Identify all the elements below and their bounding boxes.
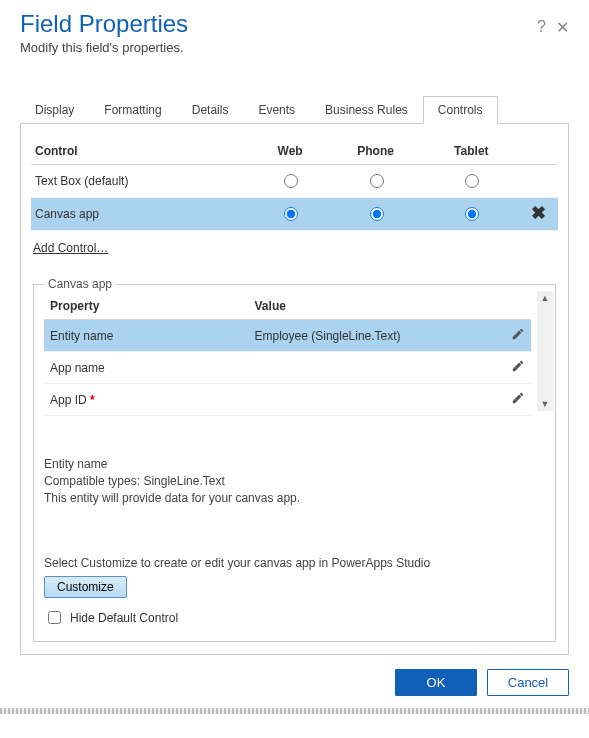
prop-value: Employee (SingleLine.Text) bbox=[249, 320, 497, 352]
hide-default-label: Hide Default Control bbox=[70, 611, 178, 625]
col-web: Web bbox=[254, 138, 327, 165]
tab-events[interactable]: Events bbox=[243, 96, 310, 124]
radio-canvas-tablet[interactable] bbox=[465, 207, 479, 221]
tab-bar: Display Formatting Details Events Busine… bbox=[20, 95, 569, 124]
properties-fieldset: Canvas app Property Value bbox=[33, 277, 556, 642]
col-property: Property bbox=[44, 291, 249, 320]
cancel-button[interactable]: Cancel bbox=[487, 669, 569, 696]
control-label: Canvas app bbox=[31, 198, 254, 231]
radio-textbox-tablet[interactable] bbox=[465, 174, 479, 188]
properties-legend: Canvas app bbox=[44, 277, 116, 291]
resize-grip[interactable] bbox=[0, 708, 589, 714]
radio-canvas-phone[interactable] bbox=[370, 207, 384, 221]
prop-name: App name bbox=[44, 352, 249, 384]
customize-hint: Select Customize to create or edit your … bbox=[44, 556, 553, 570]
dialog-subtitle: Modify this field's properties. bbox=[20, 40, 188, 55]
properties-scrollbar[interactable]: ▲ ▼ bbox=[537, 291, 553, 411]
tab-details[interactable]: Details bbox=[177, 96, 244, 124]
tab-controls[interactable]: Controls bbox=[423, 96, 498, 124]
prop-value bbox=[249, 384, 497, 416]
desc-line1: Compatible types: SingleLine.Text bbox=[44, 473, 545, 490]
edit-icon[interactable] bbox=[511, 327, 525, 341]
prop-row-app-id[interactable]: App ID * bbox=[44, 384, 531, 416]
tab-business-rules[interactable]: Business Rules bbox=[310, 96, 423, 124]
tab-formatting[interactable]: Formatting bbox=[89, 96, 176, 124]
radio-canvas-web[interactable] bbox=[284, 207, 298, 221]
properties-table: Property Value Entity name Employee (Sin… bbox=[44, 291, 531, 416]
control-row-textbox[interactable]: Text Box (default) bbox=[31, 165, 558, 198]
tab-content-controls: Control Web Phone Tablet Text Box (defau… bbox=[20, 124, 569, 655]
controls-table: Control Web Phone Tablet Text Box (defau… bbox=[31, 138, 558, 231]
customize-button[interactable]: Customize bbox=[44, 576, 127, 598]
desc-title: Entity name bbox=[44, 456, 545, 473]
control-row-canvas[interactable]: Canvas app ✖ bbox=[31, 198, 558, 231]
hide-default-checkbox[interactable] bbox=[48, 611, 61, 624]
help-icon[interactable]: ? bbox=[537, 18, 546, 37]
dialog-title: Field Properties bbox=[20, 10, 188, 38]
scroll-down-icon[interactable]: ▼ bbox=[541, 399, 550, 409]
edit-icon[interactable] bbox=[511, 391, 525, 405]
tab-display[interactable]: Display bbox=[20, 96, 89, 124]
prop-row-app-name[interactable]: App name bbox=[44, 352, 531, 384]
radio-textbox-phone[interactable] bbox=[370, 174, 384, 188]
required-marker: * bbox=[90, 393, 95, 407]
radio-textbox-web[interactable] bbox=[284, 174, 298, 188]
prop-name: Entity name bbox=[44, 320, 249, 352]
add-control-link[interactable]: Add Control… bbox=[33, 241, 108, 255]
col-tablet: Tablet bbox=[425, 138, 518, 165]
col-value: Value bbox=[249, 291, 497, 320]
edit-icon[interactable] bbox=[511, 359, 525, 373]
remove-control-icon[interactable]: ✖ bbox=[531, 206, 546, 220]
desc-line2: This entity will provide data for your c… bbox=[44, 490, 545, 507]
col-control: Control bbox=[31, 138, 254, 165]
ok-button[interactable]: OK bbox=[395, 669, 477, 696]
prop-row-entity-name[interactable]: Entity name Employee (SingleLine.Text) bbox=[44, 320, 531, 352]
dialog-footer: OK Cancel bbox=[0, 655, 589, 708]
prop-value bbox=[249, 352, 497, 384]
scroll-up-icon[interactable]: ▲ bbox=[541, 293, 550, 303]
prop-name: App ID * bbox=[44, 384, 249, 416]
col-phone: Phone bbox=[327, 138, 425, 165]
close-icon[interactable]: ✕ bbox=[556, 18, 569, 37]
control-label: Text Box (default) bbox=[31, 165, 254, 198]
